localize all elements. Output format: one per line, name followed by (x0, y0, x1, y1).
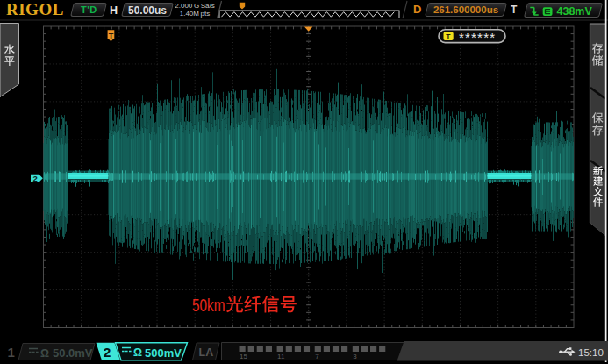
svg-text:500mV: 500mV (145, 346, 182, 360)
svg-text:T: T (446, 32, 451, 41)
svg-text:7: 7 (315, 353, 319, 360)
svg-text:438mV: 438mV (557, 5, 593, 18)
svg-text:Ω: Ω (40, 347, 49, 360)
svg-text:15: 15 (240, 353, 247, 360)
svg-text:T: T (109, 32, 114, 40)
svg-text:******: ****** (459, 30, 496, 45)
svg-text:50.0mV: 50.0mV (53, 346, 93, 360)
svg-text:15:10: 15:10 (578, 347, 604, 358)
svg-text:2: 2 (104, 345, 111, 360)
svg-text:2: 2 (33, 174, 38, 183)
svg-text:1: 1 (8, 345, 15, 360)
svg-text:Ω: Ω (133, 346, 142, 359)
svg-text:11: 11 (277, 353, 285, 360)
svg-text:3: 3 (353, 353, 357, 360)
svg-text:LA: LA (199, 346, 214, 359)
svg-text:50km: 50km (192, 295, 225, 315)
